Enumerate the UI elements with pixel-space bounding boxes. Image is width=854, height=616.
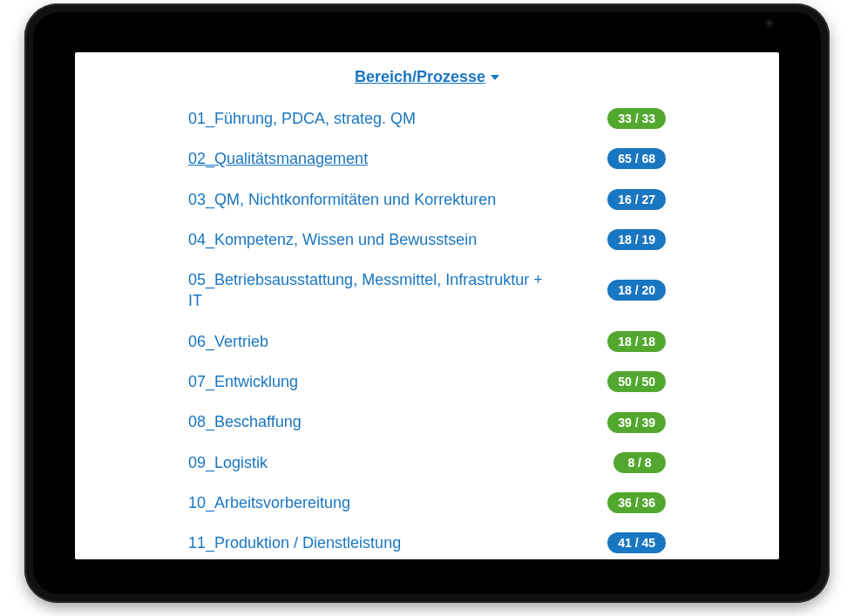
count-badge: 33 / 33 bbox=[607, 108, 666, 129]
process-row: 04_Kompetenz, Wissen und Bewusstsein18 /… bbox=[188, 220, 666, 260]
count-badge: 16 / 27 bbox=[607, 189, 666, 210]
process-link[interactable]: 06_Vertrieb bbox=[188, 331, 268, 352]
process-row: 06_Vertrieb18 / 18 bbox=[188, 322, 666, 362]
app-screen: Bereich/Prozesse 01_Führung, PDCA, strat… bbox=[75, 52, 779, 559]
process-link[interactable]: 11_Produktion / Dienstleistung bbox=[188, 532, 401, 553]
count-badge: 65 / 68 bbox=[607, 148, 666, 169]
count-badge: 50 / 50 bbox=[607, 371, 666, 392]
process-row: 10_Arbeitsvorbereitung36 / 36 bbox=[188, 483, 666, 523]
process-link[interactable]: 03_QM, Nichtkonformitäten und Korrekture… bbox=[188, 189, 496, 210]
process-row: 11_Produktion / Dienstleistung41 / 45 bbox=[188, 523, 666, 559]
header-dropdown[interactable]: Bereich/Prozesse bbox=[355, 68, 499, 86]
count-badge: 18 / 18 bbox=[607, 331, 666, 352]
process-link[interactable]: 09_Logistik bbox=[188, 452, 268, 473]
process-list: 01_Führung, PDCA, strateg. QM33 / 3302_Q… bbox=[75, 98, 779, 559]
caret-down-icon bbox=[491, 75, 499, 80]
process-row: 07_Entwicklung50 / 50 bbox=[188, 362, 666, 402]
process-row: 01_Führung, PDCA, strateg. QM33 / 33 bbox=[188, 98, 666, 139]
process-link[interactable]: 05_Betriebsausstattung, Messmittel, Infr… bbox=[188, 269, 554, 312]
process-link[interactable]: 07_Entwicklung bbox=[188, 371, 298, 392]
process-link[interactable]: 04_Kompetenz, Wissen und Bewusstsein bbox=[188, 229, 477, 250]
process-row: 08_Beschaffung39 / 39 bbox=[188, 402, 666, 442]
count-badge: 41 / 45 bbox=[607, 532, 666, 553]
process-row: 05_Betriebsausstattung, Messmittel, Infr… bbox=[188, 260, 666, 322]
process-link[interactable]: 08_Beschaffung bbox=[188, 411, 302, 432]
header-title: Bereich/Prozesse bbox=[355, 68, 485, 86]
tablet-camera bbox=[765, 19, 774, 28]
count-badge: 39 / 39 bbox=[607, 412, 666, 433]
count-badge: 18 / 19 bbox=[607, 229, 666, 250]
process-row: 02_Qualitätsmanagement65 / 68 bbox=[188, 139, 666, 179]
process-link[interactable]: 02_Qualitätsmanagement bbox=[188, 148, 368, 169]
count-badge: 18 / 20 bbox=[607, 280, 666, 301]
count-badge: 8 / 8 bbox=[613, 452, 666, 473]
count-badge: 36 / 36 bbox=[607, 492, 666, 513]
process-link[interactable]: 01_Führung, PDCA, strateg. QM bbox=[188, 108, 416, 129]
column-header: Bereich/Prozesse bbox=[75, 68, 779, 98]
process-row: 03_QM, Nichtkonformitäten und Korrekture… bbox=[188, 179, 666, 220]
tablet-frame: Bereich/Prozesse 01_Führung, PDCA, strat… bbox=[24, 3, 830, 603]
process-row: 09_Logistik8 / 8 bbox=[188, 443, 666, 483]
process-link[interactable]: 10_Arbeitsvorbereitung bbox=[188, 492, 350, 513]
